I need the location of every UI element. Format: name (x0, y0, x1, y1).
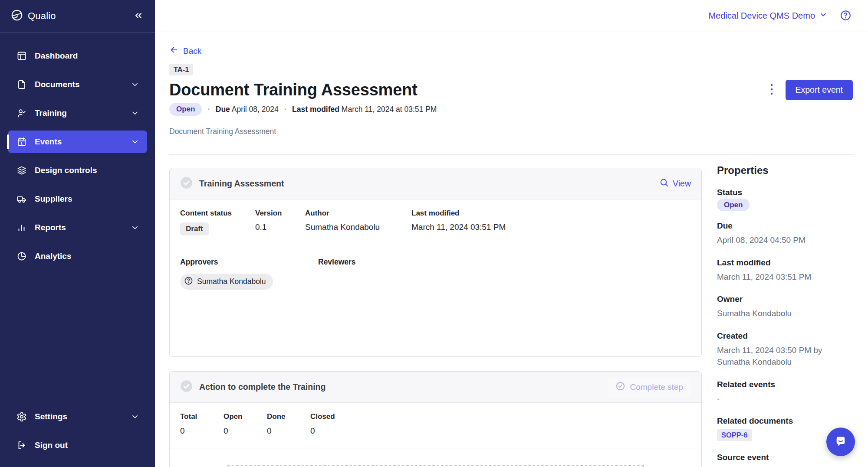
field-value: March 11, 2024 03:51 PM (411, 222, 691, 232)
header-divider (169, 154, 853, 155)
due-value: April 08, 2024 (232, 105, 279, 114)
sign-out-icon (16, 440, 27, 451)
sidebar-item-label: Events (35, 137, 123, 147)
stat-total: Total 0 (180, 412, 224, 436)
property-due: Due April 08, 2024 04:50 PM (717, 221, 853, 246)
complete-step-label: Complete step (630, 382, 683, 392)
document-meta-row: Content status Draft Version 0.1 Author … (170, 199, 701, 247)
app-window: Qualio Dashboard (0, 0, 868, 467)
help-button[interactable] (840, 10, 852, 23)
property-label: Related documents (717, 416, 853, 426)
action-card: Action to complete the Training Complete… (169, 371, 702, 467)
sidebar-item-reports[interactable]: Reports (8, 216, 147, 239)
property-related-events: Related events - (717, 380, 853, 405)
more-actions-button[interactable] (766, 80, 778, 100)
approver-name: Sumatha Kondabolu (197, 277, 266, 286)
stat-label: Open (224, 412, 267, 421)
sidebar: Qualio Dashboard (0, 0, 155, 467)
property-label: Source event (717, 453, 853, 462)
sidebar-item-label: Settings (35, 412, 123, 421)
sidebar-collapse-button[interactable] (133, 10, 144, 22)
qualio-logo-icon (10, 9, 23, 23)
due-label: Due (216, 105, 230, 114)
sidebar-item-events[interactable]: Events (8, 131, 147, 153)
export-event-button[interactable]: Export event (786, 80, 853, 100)
topbar: Medical Device QMS Demo (155, 0, 868, 32)
sidebar-item-label: Reports (35, 223, 123, 232)
card-header: Action to complete the Training Complete… (170, 372, 701, 403)
event-id-badge: TA-1 (169, 64, 193, 75)
sidebar-item-training[interactable]: Training (8, 102, 147, 124)
sidebar-item-settings[interactable]: Settings (8, 405, 147, 428)
back-link[interactable]: Back (169, 45, 201, 57)
stat-value: 0 (310, 426, 354, 436)
org-switcher[interactable]: Medical Device QMS Demo (708, 10, 828, 21)
sidebar-item-sign-out[interactable]: Sign out (8, 434, 147, 457)
stat-label: Done (267, 412, 310, 421)
page-content: Back TA-1 Document Training Assessment E… (155, 32, 868, 467)
kebab-menu-icon (770, 83, 773, 97)
property-value: Sumatha Kondabolu (717, 307, 853, 320)
cards-column: Training Assessment View (169, 168, 702, 467)
card-header: Training Assessment View (170, 168, 701, 199)
approvers-section: Approvers Sumatha Kondabolu (180, 258, 318, 290)
last-modified-field: Last modified March 11, 2024 03:51 PM (411, 209, 691, 235)
property-value: March 11, 2024 03:51 PM (717, 271, 853, 283)
title-actions: Export event (766, 80, 853, 100)
content-status-badge: Draft (180, 222, 209, 235)
chevron-down-icon (131, 223, 139, 232)
stat-label: Closed (310, 412, 354, 421)
sidebar-item-dashboard[interactable]: Dashboard (8, 45, 147, 67)
property-label: Last modified (717, 258, 853, 268)
last-modified-label: Last modifed (292, 105, 339, 114)
field-label: Content status (180, 209, 255, 218)
last-modified-value: March 11, 2024 at 03:51 PM (342, 105, 437, 114)
gear-icon (16, 411, 27, 422)
back-label: Back (183, 46, 201, 56)
field-label: Author (305, 209, 411, 218)
sidebar-item-design-controls[interactable]: Design controls (8, 159, 147, 182)
author-field: Author Sumatha Kondabolu (305, 209, 411, 235)
property-label: Status (717, 188, 853, 197)
properties-panel: Properties Status Open Due April 08, 202… (717, 164, 853, 467)
reviewers-section: Reviewers (318, 258, 691, 267)
training-assessment-card: Training Assessment View (169, 168, 702, 357)
brand-name: Qualio (28, 10, 56, 22)
field-value: Sumatha Kondabolu (305, 222, 411, 232)
view-label: View (673, 179, 691, 189)
main-area: Medical Device QMS Demo Back (155, 0, 868, 467)
sidebar-item-label: Dashboard (35, 51, 139, 61)
sidebar-item-suppliers[interactable]: Suppliers (8, 188, 147, 210)
status-badge: Open (717, 199, 750, 211)
sidebar-item-documents[interactable]: Documents (8, 73, 147, 96)
sidebar-item-analytics[interactable]: Analytics (8, 245, 147, 268)
page-title: Document Training Assessment (169, 81, 418, 99)
content-status-field: Content status Draft (180, 209, 255, 235)
actions-empty-area (170, 448, 701, 467)
sidebar-item-label: Documents (35, 80, 123, 89)
question-circle-icon (184, 276, 193, 287)
field-label: Last modified (411, 209, 691, 218)
stat-value: 0 (180, 426, 224, 436)
search-icon (659, 178, 669, 189)
org-name: Medical Device QMS Demo (708, 11, 815, 21)
properties-heading: Properties (717, 164, 853, 176)
document-icon (16, 79, 27, 90)
chevron-down-icon (131, 80, 139, 89)
property-status: Status Open (717, 188, 853, 209)
property-value: April 08, 2024 04:50 PM (717, 234, 853, 246)
related-document-badge[interactable]: SOPP-6 (717, 429, 752, 441)
empty-dropzone (227, 465, 644, 467)
approver-chip[interactable]: Sumatha Kondabolu (180, 274, 273, 290)
chevron-down-icon (131, 109, 139, 118)
complete-step-button[interactable]: Complete step (608, 377, 691, 397)
question-circle-icon (840, 10, 852, 23)
view-button[interactable]: View (659, 178, 691, 189)
field-label: Version (255, 209, 305, 218)
check-circle-outline-icon (615, 381, 625, 393)
chat-bubble-icon (833, 434, 848, 451)
reviewers-label: Reviewers (318, 258, 691, 267)
chat-launcher-button[interactable] (826, 428, 855, 456)
stat-closed: Closed 0 (310, 412, 354, 436)
stat-value: 0 (224, 426, 267, 436)
